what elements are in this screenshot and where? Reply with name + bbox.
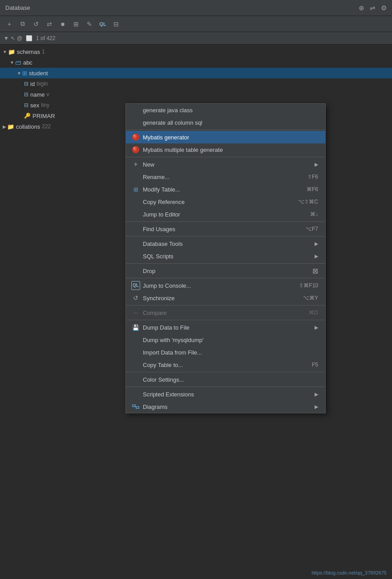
jump-console-shortcut: ⇧⌘F10 — [299, 282, 318, 289]
drop-shortcut: ⊠ — [312, 267, 318, 275]
color-settings-label: Color Settings... — [143, 376, 318, 383]
menu-sep-6 — [126, 278, 325, 278]
dump-mysqldump-label: Dump with 'mysqldump' — [143, 337, 318, 343]
tree-item-id[interactable]: ⊟ id bigin — [0, 78, 392, 89]
diagrams-arrow: ▶ — [315, 404, 318, 410]
jump-console-icon: QL — [131, 281, 140, 290]
menu-sep-1 — [126, 130, 325, 130]
drop-label: Drop — [143, 268, 309, 274]
compare-shortcut: ⌘D — [309, 310, 318, 316]
mybatis-multi-label: Mybatis multiple table generate — [143, 147, 318, 153]
menu-sep-8 — [126, 320, 325, 320]
menu-item-new[interactable]: + New ▶ — [126, 158, 325, 171]
tree-item-name[interactable]: ⊟ name v — [0, 89, 392, 100]
name-type: v — [47, 91, 49, 98]
copy-ref-icon — [131, 197, 140, 206]
filter-icon[interactable]: ⇌ — [370, 4, 376, 12]
synchronize-shortcut: ⌥⌘Y — [303, 295, 318, 301]
abc-label: abc — [23, 59, 32, 66]
sex-type: tiny — [41, 102, 49, 108]
menu-item-jump-editor[interactable]: Jump to Editor ⌘↓ — [126, 208, 325, 220]
menu-item-dump-mysqldump[interactable]: Dump with 'mysqldump' — [126, 334, 325, 346]
copy-ref-shortcut: ⌥⇧⌘C — [298, 199, 318, 205]
new-arrow: ▶ — [315, 162, 318, 167]
find-usages-icon — [131, 224, 140, 233]
add-datasource-icon[interactable]: ⊕ — [359, 4, 364, 12]
menu-item-diagrams[interactable]: Diagrams ▶ — [126, 400, 325, 413]
add-button[interactable]: + — [4, 18, 15, 30]
footer-link[interactable]: https://blog.csdn.net/qq_37892675 — [311, 570, 387, 575]
menu-item-mybatis-multi[interactable]: Mybatis multiple table generate — [126, 143, 325, 156]
diagrams-icon — [131, 402, 140, 411]
jump-console-label: Jump to Console... — [143, 282, 295, 289]
sql-scripts-icon — [131, 252, 140, 261]
pagination: 1 of 422 — [36, 35, 55, 41]
menu-item-copy-table[interactable]: Copy Table to... F5 — [126, 359, 325, 371]
tree-item-schemas[interactable]: ▼ 📁 schemas 1 — [0, 46, 392, 57]
menu-item-import-data[interactable]: Import Data from File... — [126, 346, 325, 359]
menu-item-mybatis-gen[interactable]: Mybatis generator — [126, 131, 325, 143]
copy-ref-label: Copy Reference — [143, 199, 295, 205]
column-icon: ⊟ — [24, 91, 28, 98]
grid-button[interactable]: ⊞ — [70, 18, 82, 30]
compare-icon: ⇋ — [131, 308, 140, 317]
rename-shortcut: ⇧F6 — [307, 174, 318, 180]
sync-button[interactable]: ⇄ — [44, 18, 55, 30]
sql-scripts-label: SQL Scripts — [143, 253, 311, 260]
menu-item-sql-scripts[interactable]: SQL Scripts ▶ — [126, 250, 325, 262]
color-settings-icon — [131, 375, 140, 384]
tree-item-student[interactable]: ▼ ⊞ student — [0, 68, 392, 78]
menu-item-scripted-ext[interactable]: Scripted Extensions ▶ — [126, 388, 325, 400]
drop-icon — [131, 266, 140, 275]
db-tools-label: Database Tools — [143, 241, 311, 247]
at-icon: @ — [17, 35, 22, 41]
settings-icon[interactable]: ⚙ — [381, 4, 387, 12]
name-label: name — [30, 91, 45, 98]
stop-button[interactable]: ■ — [57, 18, 69, 30]
table-icon: ⊞ — [22, 70, 27, 77]
menu-item-drop[interactable]: Drop ⊠ — [126, 265, 325, 277]
dump-mysqldump-icon — [131, 335, 140, 344]
menu-item-compare: ⇋ Compare ⌘D — [126, 306, 325, 319]
scripted-ext-label: Scripted Extensions — [143, 391, 311, 398]
folder-icon: 📁 — [7, 123, 14, 130]
diagrams-label: Diagrams — [143, 404, 311, 410]
tree-item-abc[interactable]: ▼ 🗃 abc — [0, 57, 392, 68]
db-tools-arrow: ▶ — [315, 241, 318, 247]
menu-item-gen-col-sql[interactable]: generate all column sql — [126, 116, 325, 129]
new-icon: + — [131, 160, 140, 169]
copy-button[interactable]: ⧉ — [17, 18, 28, 30]
synchronize-label: Synchronize — [143, 295, 299, 302]
scripted-ext-icon — [131, 390, 140, 399]
collations-label: collations — [16, 123, 40, 130]
breadcrumb-bar: ▼ ↖ @ ⬜ 1 of 422 — [0, 32, 392, 45]
menu-item-db-tools[interactable]: Database Tools ▶ — [126, 237, 325, 250]
sex-label: sex — [30, 102, 39, 109]
dump-data-label: Dump Data to File — [143, 324, 311, 331]
ql-button[interactable]: QL — [97, 18, 109, 30]
edit-button[interactable]: ✎ — [84, 18, 95, 30]
filter-button[interactable]: ⊟ — [110, 18, 122, 30]
menu-item-jump-console[interactable]: QL Jump to Console... ⇧⌘F10 — [126, 279, 325, 292]
menu-sep-3 — [126, 221, 325, 222]
id-label: id — [30, 81, 35, 87]
menu-item-gen-java[interactable]: generate java class — [126, 104, 325, 116]
refresh-button[interactable]: ↺ — [30, 18, 42, 30]
menu-item-find-usages[interactable]: Find Usages ⌥F7 — [126, 223, 325, 235]
jump-editor-label: Jump to Editor — [143, 211, 307, 218]
menu-sep-7 — [126, 305, 325, 306]
title-bar: Database ⊕ ⇌ ⚙ — [0, 0, 392, 16]
menu-item-modify-table[interactable]: ⊞ Modify Table... ⌘F6 — [126, 183, 325, 196]
menu-item-synchronize[interactable]: ↺ Synchronize ⌥⌘Y — [126, 292, 325, 304]
menu-item-dump-data[interactable]: 💾 Dump Data to File ▶ — [126, 321, 325, 334]
student-label: student — [29, 70, 48, 77]
scripted-ext-arrow: ▶ — [315, 391, 318, 397]
copy-table-icon — [131, 360, 140, 369]
menu-item-copy-ref[interactable]: Copy Reference ⌥⇧⌘C — [126, 196, 325, 208]
menu-item-color-settings[interactable]: Color Settings... — [126, 373, 325, 386]
context-menu: generate java class generate all column … — [125, 103, 326, 413]
schema-icon: 🗃 — [15, 59, 21, 66]
dump-data-icon: 💾 — [131, 323, 140, 332]
menu-item-rename[interactable]: Rename... ⇧F6 — [126, 171, 325, 183]
id-type: bigin — [36, 81, 48, 87]
